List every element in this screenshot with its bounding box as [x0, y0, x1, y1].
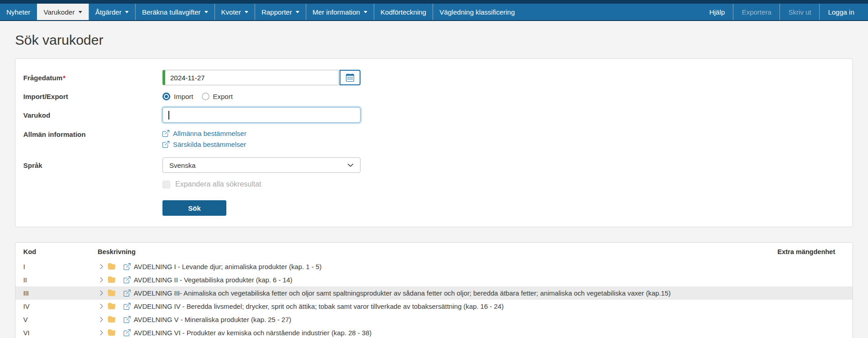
row-description-text[interactable]: AVDELNING V - Mineraliska produkter (kap…	[134, 316, 291, 323]
general-info-row: Allmän information Allmänna bestämmelser…	[23, 129, 845, 151]
row-description-text[interactable]: AVDELNING III- Animaliska och vegetabili…	[134, 290, 671, 297]
chevron-down-icon	[364, 11, 367, 13]
row-description: AVDELNING VI - Produkter av kemiska och …	[98, 329, 752, 337]
row-description: AVDELNING I - Levande djur; animaliska p…	[98, 263, 752, 270]
chevron-right-icon[interactable]	[99, 330, 105, 336]
nav-label: Skriv ut	[788, 8, 811, 16]
chevron-down-icon	[245, 11, 248, 13]
chevron-right-icon[interactable]	[99, 303, 105, 309]
submit-row: Sök	[23, 195, 845, 216]
export-radio[interactable]	[202, 93, 209, 100]
nav-item-nyheter[interactable]: Nyheter	[0, 4, 37, 20]
page-title: Sök varukoder	[15, 32, 853, 48]
expand-checkbox-label: Expandera alla sökresultat	[175, 180, 261, 188]
link-allmanna-bestammelser[interactable]: Allmänna bestämmelser	[162, 130, 391, 137]
folder-icon[interactable]	[108, 329, 115, 337]
date-input-group	[162, 70, 361, 85]
expand-checkbox-row: Expandera alla sökresultat	[162, 180, 391, 188]
nav-label: Nyheter	[6, 8, 31, 16]
row-description: AVDELNING IV - Beredda livsmedel; drycke…	[98, 302, 752, 310]
general-info-links: Allmänna bestämmelser Särskilda bestämme…	[162, 129, 391, 151]
row-description: AVDELNING II - Vegetabiliska produkter (…	[98, 276, 752, 284]
page-content: Sök varukoder Frågedatum* Import/Export …	[0, 32, 868, 338]
nav-label: Beräkna tullavgifter	[142, 8, 200, 16]
nav-label: Kodförteckning	[381, 8, 426, 16]
nav-item-atgarder[interactable]: Åtgärder	[89, 4, 136, 20]
external-link-icon[interactable]	[124, 276, 131, 283]
external-link-icon[interactable]	[124, 303, 131, 310]
language-select[interactable]: Svenska	[162, 157, 361, 173]
general-info-label: Allmän information	[23, 129, 162, 138]
varukod-input-wrap	[162, 107, 361, 123]
chevron-right-icon[interactable]	[99, 277, 105, 283]
chevron-down-icon	[204, 11, 208, 13]
chevron-right-icon[interactable]	[99, 317, 105, 322]
expand-checkbox[interactable]	[162, 181, 170, 188]
nav-item-varukoder[interactable]: Varukoder	[37, 4, 89, 20]
link-label: Allmänna bestämmelser	[173, 130, 246, 137]
folder-icon[interactable]	[108, 276, 115, 284]
nav-label: Logga in	[828, 8, 854, 16]
row-description: AVDELNING III- Animaliska och vegetabili…	[98, 289, 752, 297]
table-row[interactable]: I AVDELNING I - Levande djur; animaliska…	[16, 260, 852, 273]
table-row[interactable]: VI AVDELNING VI - Produkter av kemiska o…	[16, 326, 852, 338]
table-row[interactable]: V AVDELNING V - Mineraliska produkter (k…	[16, 313, 852, 326]
nav-item-berakna-tullavgifter[interactable]: Beräkna tullavgifter	[135, 4, 214, 20]
link-sarskilda-bestammelser[interactable]: Särskilda bestämmelser	[162, 140, 391, 148]
text-cursor	[168, 111, 169, 120]
nav-item-rapporter[interactable]: Rapporter	[255, 4, 306, 20]
search-button[interactable]: Sök	[162, 200, 226, 216]
folder-icon[interactable]	[108, 316, 115, 323]
nav-item-kvoter[interactable]: Kvoter	[214, 4, 255, 20]
column-header-kod: Kod	[16, 248, 98, 255]
folder-icon[interactable]	[108, 302, 115, 310]
nav-item-kodforteckning[interactable]: Kodförteckning	[374, 4, 433, 20]
import-export-row: Import/Export Import Export	[23, 91, 845, 101]
language-row: Språk Svenska	[23, 157, 845, 173]
varukod-input[interactable]	[162, 107, 361, 123]
external-link-icon[interactable]	[124, 290, 131, 296]
table-row[interactable]: II AVDELNING II - Vegetabiliska produkte…	[16, 273, 852, 286]
external-link-icon	[162, 141, 169, 148]
nav-item-vagledning-klassificering[interactable]: Vägledning klassificering	[433, 4, 521, 20]
nav-item-mer-information[interactable]: Mer information	[306, 4, 374, 20]
main-menu-bar: Nyheter Varukoder Åtgärder Beräkna tulla…	[0, 4, 868, 21]
top-strip	[0, 0, 868, 4]
varukod-label: Varukod	[23, 111, 162, 119]
folder-icon[interactable]	[108, 289, 115, 297]
column-header-extra-mangdenhet: Extra mängdenhet	[752, 248, 852, 255]
chevron-down-icon	[125, 11, 129, 13]
date-input[interactable]	[162, 70, 339, 85]
row-description-text[interactable]: AVDELNING II - Vegetabiliska produkter (…	[134, 276, 293, 284]
row-kod: II	[16, 276, 98, 284]
row-kod: III	[16, 290, 98, 297]
folder-icon[interactable]	[108, 263, 115, 270]
external-link-icon	[162, 130, 169, 137]
expand-row: Expandera alla sökresultat	[23, 179, 845, 189]
calendar-button[interactable]	[340, 70, 361, 85]
row-description-text[interactable]: AVDELNING VI - Produkter av kemiska och …	[134, 329, 371, 337]
nav-item-skriv-ut[interactable]: Skriv ut	[779, 4, 819, 20]
table-row[interactable]: IV AVDELNING IV - Beredda livsmedel; dry…	[16, 300, 852, 313]
row-kod: I	[16, 263, 98, 270]
export-radio-label[interactable]: Export	[213, 93, 233, 100]
nav-item-hjalp[interactable]: Hjälp	[701, 4, 733, 20]
nav-item-exportera[interactable]: Exportera	[733, 4, 779, 20]
chevron-right-icon[interactable]	[99, 290, 105, 296]
chevron-down-icon	[347, 162, 354, 168]
external-link-icon[interactable]	[124, 329, 131, 336]
column-header-beskrivning: Beskrivning	[98, 248, 752, 255]
chevron-right-icon[interactable]	[99, 264, 105, 270]
row-description-text[interactable]: AVDELNING IV - Beredda livsmedel; drycke…	[134, 303, 504, 310]
nav-label: Rapporter	[261, 8, 292, 16]
import-export-radio-group: Import Export	[162, 91, 391, 101]
external-link-icon[interactable]	[124, 316, 131, 323]
table-row[interactable]: III AVDELNING III- Animaliska och vegeta…	[16, 286, 852, 300]
row-description-text[interactable]: AVDELNING I - Levande djur; animaliska p…	[134, 263, 322, 270]
nav-item-logga-in[interactable]: Logga in	[819, 4, 863, 20]
import-radio[interactable]	[162, 93, 170, 100]
external-link-icon[interactable]	[124, 263, 131, 270]
row-description: AVDELNING V - Mineraliska produkter (kap…	[98, 316, 752, 323]
import-radio-label[interactable]: Import	[174, 93, 193, 100]
nav-label: Exportera	[742, 8, 771, 16]
